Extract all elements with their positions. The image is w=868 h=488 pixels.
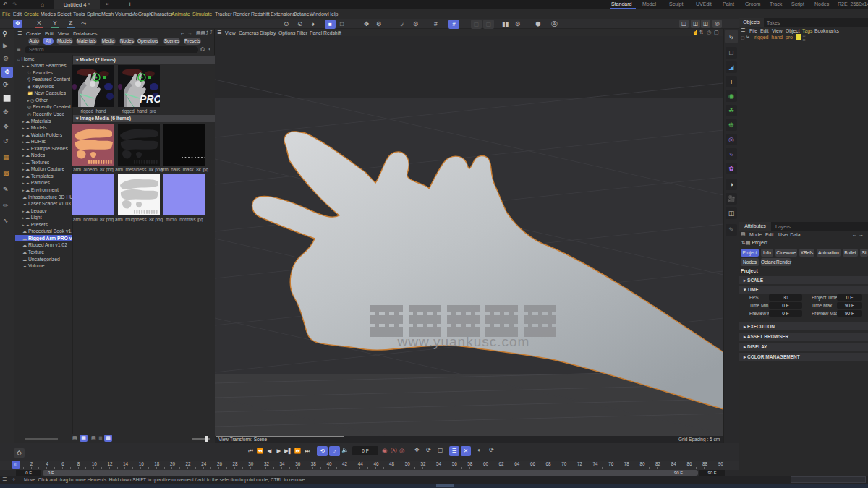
- svg-text:www.yuankusc.com: www.yuankusc.com: [397, 334, 530, 349]
- svg-text:PRO: PRO: [140, 93, 160, 105]
